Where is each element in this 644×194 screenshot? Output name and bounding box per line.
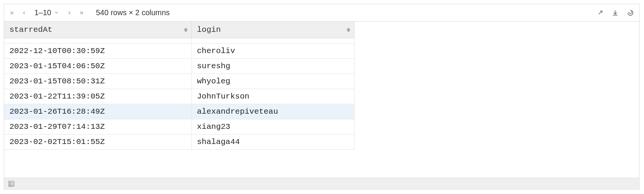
cell-starredAt: 2022-12-10T00:30:59Z (4, 44, 191, 59)
cell-login: shalaga44 (191, 135, 354, 150)
table-row[interactable]: 2023-01-15T08:50:31Zwhyoleg (4, 74, 354, 89)
download-icon[interactable] (611, 9, 619, 17)
table-grid-icon[interactable] (8, 180, 15, 187)
table-row[interactable]: 2023-02-02T15:01:55Zshalaga44 (4, 135, 354, 150)
column-header-label: starredAt (9, 25, 52, 34)
cell-starredAt: 2023-01-15T04:06:50Z (4, 59, 191, 74)
table-row[interactable]: 2023-01-26T16:28:49Zalexandrepiveteau (4, 104, 354, 119)
column-header-starredAt[interactable]: starredAt (4, 22, 191, 38)
toolbar-actions (596, 9, 635, 17)
page-range-dropdown[interactable]: 1–10 (33, 8, 61, 17)
popout-icon[interactable] (596, 9, 604, 17)
pagination-controls: 1–10 540 rows × 2 columns (9, 8, 170, 17)
cell-login: alexandrepiveteau (191, 104, 354, 119)
cell-login: whyoleg (191, 74, 354, 89)
sort-icon (347, 28, 350, 32)
refresh-icon[interactable] (626, 9, 635, 17)
table-row[interactable]: 2022-12-10T00:30:59Zcheroliv (4, 44, 354, 59)
table-row[interactable]: 2023-01-29T07:14:13Zxiang23 (4, 119, 354, 135)
data-table: starredAt login 2022-12-10T00:30:59Zcher… (4, 22, 355, 150)
sort-icon (184, 28, 188, 32)
table-row[interactable]: 2023-01-22T11:39:05ZJohnTurkson (4, 89, 354, 104)
cell-login: xiang23 (191, 119, 354, 135)
data-table-panel: 1–10 540 rows × 2 columns (4, 4, 639, 189)
cell-starredAt: 2023-01-22T11:39:05Z (4, 89, 191, 104)
column-header-label: login (197, 25, 221, 34)
cell-login: JohnTurkson (191, 89, 354, 104)
cell-starredAt: 2023-01-15T08:50:31Z (4, 74, 191, 89)
column-header-login[interactable]: login (191, 22, 354, 38)
page-range-label: 1–10 (34, 8, 51, 17)
table-row[interactable]: 2023-01-15T04:06:50Zsureshg (4, 59, 354, 74)
toolbar: 1–10 540 rows × 2 columns (4, 4, 639, 22)
first-page-icon[interactable] (9, 9, 16, 16)
footer-bar (4, 178, 639, 189)
cell-starredAt (4, 38, 191, 44)
cell-starredAt: 2023-01-29T07:14:13Z (4, 119, 191, 135)
next-page-icon[interactable] (66, 9, 73, 16)
table-header-row: starredAt login (4, 22, 354, 38)
cell-starredAt: 2023-01-26T16:28:49Z (4, 104, 191, 119)
rows-info-label: 540 rows × 2 columns (96, 8, 170, 17)
cell-login (191, 38, 354, 44)
cell-login: cheroliv (191, 44, 354, 59)
prev-page-icon[interactable] (21, 9, 28, 16)
last-page-icon[interactable] (78, 9, 85, 16)
cell-starredAt: 2023-02-02T15:01:55Z (4, 135, 191, 150)
cell-login: sureshg (191, 59, 354, 74)
chevron-down-icon (54, 8, 59, 17)
table-row[interactable] (4, 38, 354, 44)
table-scroll-area[interactable]: starredAt login 2022-12-10T00:30:59Zcher… (4, 22, 639, 178)
